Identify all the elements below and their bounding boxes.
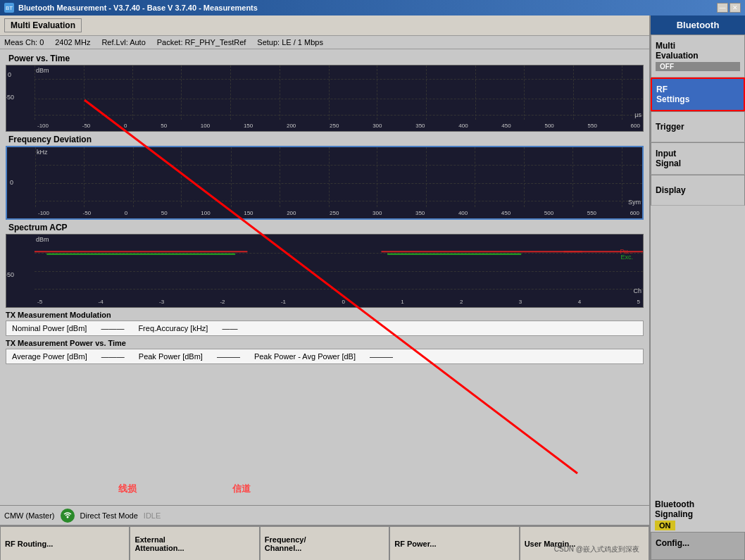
peak-power-label: Peak Power [dBm] [139, 352, 203, 361]
rf-routing-button[interactable]: RF Routing... [0, 526, 130, 560]
input-signal-label: Input Signal [656, 149, 740, 168]
config-btn[interactable]: Config... [651, 532, 745, 560]
ext-att-label2: Attenuation... [134, 544, 184, 552]
cmw-master: CMW (Master) [4, 511, 55, 520]
freq-grid-v2 [133, 147, 134, 207]
tx-power-time-section: TX Measurement Power vs. Time Average Po… [6, 337, 644, 364]
freq-grid-v5 [280, 147, 280, 207]
title-bar: BT Bluetooth Measurement - V3.7.40 - Bas… [0, 0, 745, 15]
pvt-grid-v9 [475, 66, 476, 120]
bt-signaling-section: Bluetooth Signaling ON [651, 495, 745, 532]
pvt-grid-v12 [622, 66, 622, 120]
freq-grid-v9 [475, 147, 475, 207]
freq-grid-h2 [35, 183, 642, 184]
state-badge: IDLE [144, 511, 161, 520]
app-icon: BT [4, 3, 14, 13]
trigger-label: Trigger [656, 122, 740, 132]
freq-x-axis: -100-50050100150200250300350400450500550… [35, 207, 642, 218]
on-badge: ON [655, 521, 675, 530]
freq-grid-h3 [35, 201, 642, 201]
pvt-grid-v10 [524, 66, 525, 120]
info-bar: Meas Ch: 0 2402 MHz Ref.Lvl: Auto Packet… [0, 36, 649, 49]
pvt-grid-h1 [35, 79, 643, 80]
pvt-grid-h3 [35, 115, 643, 116]
spectrum-x-unit: Ch [633, 287, 641, 294]
pvt-grid-v4 [230, 66, 231, 120]
frequency-channel-button[interactable]: Frequency/ Channel... [260, 526, 389, 560]
multi-eval-right-label: Multi Evaluation [656, 41, 740, 61]
freq-grid-v1 [84, 147, 84, 207]
user-margin-button[interactable]: User Margin... [520, 526, 649, 560]
freq-grid-v10 [524, 147, 525, 207]
right-panel-spacer [651, 206, 745, 495]
freq-grid-v8 [426, 147, 427, 207]
display-btn[interactable]: Display [651, 175, 745, 206]
freq-grid-v7 [377, 147, 377, 207]
tx-modulation-section: TX Measurement Modulation Nominal Power … [6, 309, 644, 336]
freq-y-unit: kHz [37, 149, 48, 156]
external-attenuation-button[interactable]: External Attenuation... [130, 526, 259, 560]
spectrum-y-50: -50 [6, 271, 14, 278]
pvt-grid-v7 [377, 66, 377, 120]
spectrum-chart: dBm -50 [6, 234, 644, 308]
pvt-y-unit: dBm [36, 67, 49, 74]
freq-ch-label1: Frequency/ [265, 535, 306, 544]
packet: Packet: RF_PHY_TestRef [157, 38, 246, 46]
pvt-x-axis: -100-50050100150200250300350400450500550… [35, 120, 643, 131]
pvt-grid-v2 [132, 66, 133, 120]
freq-grid-v0 [35, 147, 36, 207]
tx-mod-values: Nominal Power [dBm] ——— Freq.Accuracy [k… [6, 321, 644, 336]
freq-grid-v3 [181, 147, 182, 207]
window-title: Bluetooth Measurement - V3.7.40 - Base V… [18, 4, 713, 12]
avg-power-value: ——— [101, 352, 125, 361]
multi-eval-bar: Multi Evaluation [0, 15, 649, 36]
avg-power-label: Average Power [dBm] [12, 352, 87, 361]
trigger-btn[interactable]: Trigger [651, 111, 745, 142]
meas-ch: Meas Ch: 0 [4, 38, 44, 46]
nominal-power-label: Nominal Power [dBm] [12, 324, 87, 332]
freq-grid-v12 [622, 147, 622, 207]
bt-signaling-label: Bluetooth Signaling [655, 499, 741, 519]
input-signal-btn[interactable]: Input Signal [651, 142, 745, 175]
rf-power-button[interactable]: RF Power... [389, 526, 519, 560]
freq-accuracy-value: —— [222, 324, 237, 332]
freq-grid-v4 [231, 147, 232, 207]
annotation-xiansun: 线损 [118, 483, 137, 495]
peak-power-value: ——— [217, 352, 240, 361]
pvt-title: Power vs. Time [6, 52, 644, 65]
csdn-watermark: CSDN @嵌入式鸡皮到深夜 [554, 545, 639, 554]
pvt-y-0: 0 [8, 71, 11, 78]
freq-ch-label2: Channel... [265, 544, 302, 552]
pvt-y-50: -50 [6, 94, 14, 101]
freq-grid-h1 [35, 165, 642, 166]
pvt-chart: dBm 0 -50 [6, 65, 644, 132]
rf-settings-label: RF Settings [656, 85, 739, 104]
setup: Setup: LE / 1 Mbps [257, 38, 323, 46]
multi-eval-right-btn[interactable]: Multi Evaluation OFF [651, 35, 745, 77]
display-label: Display [656, 185, 740, 195]
freq-deviation-section: Frequency Deviation kHz 0 [6, 133, 644, 220]
wireless-icon [61, 509, 75, 523]
minimize-button[interactable]: — [717, 3, 728, 13]
freq-accuracy-label: Freq.Accuracy [kHz] [138, 324, 208, 332]
peak-avg-diff-label: Peak Power - Avg Power [dB] [254, 352, 356, 361]
rf-settings-btn[interactable]: RF Settings [651, 77, 745, 111]
nominal-value: ——— [101, 324, 124, 332]
close-button[interactable]: ✕ [730, 3, 741, 13]
pvt-grid-v6 [329, 66, 330, 120]
tx-pvt-title: TX Measurement Power vs. Time [6, 337, 644, 349]
multi-eval-label: Multi Evaluation [4, 18, 82, 32]
freq-x-unit: Sym [628, 199, 641, 206]
freq-title: Frequency Deviation [6, 133, 644, 146]
spectrum-section: Spectrum ACP dBm -50 [6, 221, 644, 308]
pvt-grid-v1 [84, 66, 84, 120]
off-badge: OFF [656, 62, 740, 71]
freq: 2402 MHz [55, 38, 90, 46]
pvt-grid-v11 [573, 66, 574, 120]
spectrum-x-axis: -5-4-3-2-1012345 [35, 296, 643, 307]
pvt-grid-v0 [35, 66, 35, 120]
spectrum-svg [35, 235, 643, 296]
freq-chart: kHz 0 [6, 146, 644, 220]
pvt-grid-v8 [426, 66, 427, 120]
freq-grid-v6 [329, 147, 330, 207]
